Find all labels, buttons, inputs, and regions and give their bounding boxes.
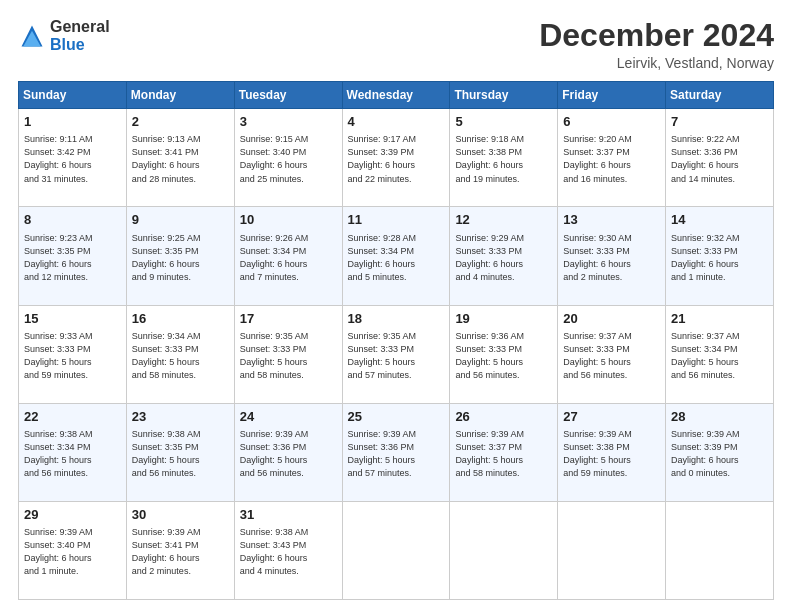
- day-info: Sunrise: 9:39 AMSunset: 3:36 PMDaylight:…: [348, 428, 445, 480]
- calendar-week-5: 29Sunrise: 9:39 AMSunset: 3:40 PMDayligh…: [19, 501, 774, 599]
- col-friday: Friday: [558, 82, 666, 109]
- header: General Blue December 2024 Leirvik, Vest…: [18, 18, 774, 71]
- day-number: 17: [240, 310, 337, 328]
- day-info: Sunrise: 9:26 AMSunset: 3:34 PMDaylight:…: [240, 232, 337, 284]
- day-number: 6: [563, 113, 660, 131]
- location: Leirvik, Vestland, Norway: [539, 55, 774, 71]
- day-number: 27: [563, 408, 660, 426]
- day-number: 4: [348, 113, 445, 131]
- day-info: Sunrise: 9:15 AMSunset: 3:40 PMDaylight:…: [240, 133, 337, 185]
- day-info: Sunrise: 9:33 AMSunset: 3:33 PMDaylight:…: [24, 330, 121, 382]
- calendar-week-3: 15Sunrise: 9:33 AMSunset: 3:33 PMDayligh…: [19, 305, 774, 403]
- day-number: 26: [455, 408, 552, 426]
- calendar-cell: 18Sunrise: 9:35 AMSunset: 3:33 PMDayligh…: [342, 305, 450, 403]
- day-number: 20: [563, 310, 660, 328]
- day-info: Sunrise: 9:28 AMSunset: 3:34 PMDaylight:…: [348, 232, 445, 284]
- day-info: Sunrise: 9:13 AMSunset: 3:41 PMDaylight:…: [132, 133, 229, 185]
- col-saturday: Saturday: [666, 82, 774, 109]
- calendar-cell: 2Sunrise: 9:13 AMSunset: 3:41 PMDaylight…: [126, 109, 234, 207]
- day-info: Sunrise: 9:35 AMSunset: 3:33 PMDaylight:…: [240, 330, 337, 382]
- day-number: 7: [671, 113, 768, 131]
- day-number: 16: [132, 310, 229, 328]
- calendar-cell: 4Sunrise: 9:17 AMSunset: 3:39 PMDaylight…: [342, 109, 450, 207]
- day-info: Sunrise: 9:32 AMSunset: 3:33 PMDaylight:…: [671, 232, 768, 284]
- day-info: Sunrise: 9:20 AMSunset: 3:37 PMDaylight:…: [563, 133, 660, 185]
- day-info: Sunrise: 9:38 AMSunset: 3:35 PMDaylight:…: [132, 428, 229, 480]
- calendar-cell: 10Sunrise: 9:26 AMSunset: 3:34 PMDayligh…: [234, 207, 342, 305]
- calendar-body: 1Sunrise: 9:11 AMSunset: 3:42 PMDaylight…: [19, 109, 774, 600]
- day-info: Sunrise: 9:30 AMSunset: 3:33 PMDaylight:…: [563, 232, 660, 284]
- day-info: Sunrise: 9:25 AMSunset: 3:35 PMDaylight:…: [132, 232, 229, 284]
- calendar-table: Sunday Monday Tuesday Wednesday Thursday…: [18, 81, 774, 600]
- calendar-cell: 16Sunrise: 9:34 AMSunset: 3:33 PMDayligh…: [126, 305, 234, 403]
- calendar-cell: 26Sunrise: 9:39 AMSunset: 3:37 PMDayligh…: [450, 403, 558, 501]
- logo: General Blue: [18, 18, 110, 53]
- day-number: 3: [240, 113, 337, 131]
- calendar-week-1: 1Sunrise: 9:11 AMSunset: 3:42 PMDaylight…: [19, 109, 774, 207]
- day-info: Sunrise: 9:23 AMSunset: 3:35 PMDaylight:…: [24, 232, 121, 284]
- page: General Blue December 2024 Leirvik, Vest…: [0, 0, 792, 612]
- day-number: 25: [348, 408, 445, 426]
- calendar-cell: 31Sunrise: 9:38 AMSunset: 3:43 PMDayligh…: [234, 501, 342, 599]
- calendar-cell: [342, 501, 450, 599]
- day-number: 21: [671, 310, 768, 328]
- calendar-cell: [666, 501, 774, 599]
- calendar-cell: 12Sunrise: 9:29 AMSunset: 3:33 PMDayligh…: [450, 207, 558, 305]
- day-number: 28: [671, 408, 768, 426]
- day-number: 18: [348, 310, 445, 328]
- day-number: 31: [240, 506, 337, 524]
- col-monday: Monday: [126, 82, 234, 109]
- day-number: 11: [348, 211, 445, 229]
- day-info: Sunrise: 9:11 AMSunset: 3:42 PMDaylight:…: [24, 133, 121, 185]
- day-number: 12: [455, 211, 552, 229]
- day-number: 24: [240, 408, 337, 426]
- day-number: 1: [24, 113, 121, 131]
- day-info: Sunrise: 9:39 AMSunset: 3:41 PMDaylight:…: [132, 526, 229, 578]
- day-number: 29: [24, 506, 121, 524]
- day-number: 13: [563, 211, 660, 229]
- calendar-cell: 15Sunrise: 9:33 AMSunset: 3:33 PMDayligh…: [19, 305, 127, 403]
- day-info: Sunrise: 9:38 AMSunset: 3:43 PMDaylight:…: [240, 526, 337, 578]
- day-info: Sunrise: 9:29 AMSunset: 3:33 PMDaylight:…: [455, 232, 552, 284]
- day-number: 2: [132, 113, 229, 131]
- day-info: Sunrise: 9:34 AMSunset: 3:33 PMDaylight:…: [132, 330, 229, 382]
- calendar-cell: 9Sunrise: 9:25 AMSunset: 3:35 PMDaylight…: [126, 207, 234, 305]
- day-number: 30: [132, 506, 229, 524]
- day-info: Sunrise: 9:37 AMSunset: 3:33 PMDaylight:…: [563, 330, 660, 382]
- day-info: Sunrise: 9:18 AMSunset: 3:38 PMDaylight:…: [455, 133, 552, 185]
- calendar-cell: 17Sunrise: 9:35 AMSunset: 3:33 PMDayligh…: [234, 305, 342, 403]
- col-sunday: Sunday: [19, 82, 127, 109]
- calendar-cell: 13Sunrise: 9:30 AMSunset: 3:33 PMDayligh…: [558, 207, 666, 305]
- calendar-cell: 28Sunrise: 9:39 AMSunset: 3:39 PMDayligh…: [666, 403, 774, 501]
- day-info: Sunrise: 9:17 AMSunset: 3:39 PMDaylight:…: [348, 133, 445, 185]
- calendar-cell: 8Sunrise: 9:23 AMSunset: 3:35 PMDaylight…: [19, 207, 127, 305]
- calendar-cell: 5Sunrise: 9:18 AMSunset: 3:38 PMDaylight…: [450, 109, 558, 207]
- month-title: December 2024: [539, 18, 774, 53]
- calendar-cell: 1Sunrise: 9:11 AMSunset: 3:42 PMDaylight…: [19, 109, 127, 207]
- logo-general: General: [50, 18, 110, 36]
- calendar-cell: 14Sunrise: 9:32 AMSunset: 3:33 PMDayligh…: [666, 207, 774, 305]
- calendar-cell: 24Sunrise: 9:39 AMSunset: 3:36 PMDayligh…: [234, 403, 342, 501]
- day-info: Sunrise: 9:39 AMSunset: 3:36 PMDaylight:…: [240, 428, 337, 480]
- day-number: 9: [132, 211, 229, 229]
- logo-icon: [18, 22, 46, 50]
- day-info: Sunrise: 9:39 AMSunset: 3:37 PMDaylight:…: [455, 428, 552, 480]
- day-info: Sunrise: 9:35 AMSunset: 3:33 PMDaylight:…: [348, 330, 445, 382]
- calendar-cell: 11Sunrise: 9:28 AMSunset: 3:34 PMDayligh…: [342, 207, 450, 305]
- day-number: 5: [455, 113, 552, 131]
- header-row: Sunday Monday Tuesday Wednesday Thursday…: [19, 82, 774, 109]
- calendar-cell: 25Sunrise: 9:39 AMSunset: 3:36 PMDayligh…: [342, 403, 450, 501]
- calendar-cell: 30Sunrise: 9:39 AMSunset: 3:41 PMDayligh…: [126, 501, 234, 599]
- logo-blue: Blue: [50, 36, 110, 54]
- title-section: December 2024 Leirvik, Vestland, Norway: [539, 18, 774, 71]
- day-info: Sunrise: 9:39 AMSunset: 3:40 PMDaylight:…: [24, 526, 121, 578]
- day-info: Sunrise: 9:36 AMSunset: 3:33 PMDaylight:…: [455, 330, 552, 382]
- day-info: Sunrise: 9:22 AMSunset: 3:36 PMDaylight:…: [671, 133, 768, 185]
- day-info: Sunrise: 9:38 AMSunset: 3:34 PMDaylight:…: [24, 428, 121, 480]
- day-info: Sunrise: 9:39 AMSunset: 3:38 PMDaylight:…: [563, 428, 660, 480]
- col-wednesday: Wednesday: [342, 82, 450, 109]
- calendar-cell: 23Sunrise: 9:38 AMSunset: 3:35 PMDayligh…: [126, 403, 234, 501]
- day-number: 10: [240, 211, 337, 229]
- calendar-header: Sunday Monday Tuesday Wednesday Thursday…: [19, 82, 774, 109]
- day-info: Sunrise: 9:39 AMSunset: 3:39 PMDaylight:…: [671, 428, 768, 480]
